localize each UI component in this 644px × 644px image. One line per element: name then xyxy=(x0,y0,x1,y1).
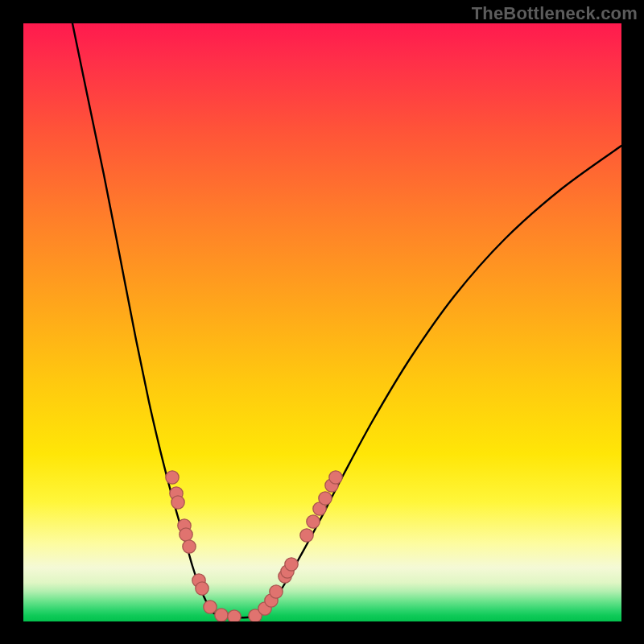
marker-dot xyxy=(180,528,192,541)
marker-dot xyxy=(183,540,196,553)
marker-dot xyxy=(329,471,342,484)
marker-dot xyxy=(307,515,320,528)
marker-dot xyxy=(204,601,217,613)
marker-dot xyxy=(270,585,283,598)
chart-frame: TheBottleneck.com xyxy=(0,0,644,644)
marker-dot xyxy=(285,558,298,571)
marker-dot xyxy=(215,609,228,621)
marker-dot xyxy=(319,492,332,505)
curve-svg xyxy=(23,23,621,621)
plot-area xyxy=(23,23,621,621)
marker-dot xyxy=(196,582,208,595)
marker-dot xyxy=(228,610,241,621)
curve-markers xyxy=(166,471,342,621)
watermark-text: TheBottleneck.com xyxy=(472,3,638,24)
v-curve xyxy=(72,23,621,617)
marker-dot xyxy=(171,496,184,509)
marker-dot xyxy=(166,471,179,484)
marker-dot xyxy=(300,529,313,542)
